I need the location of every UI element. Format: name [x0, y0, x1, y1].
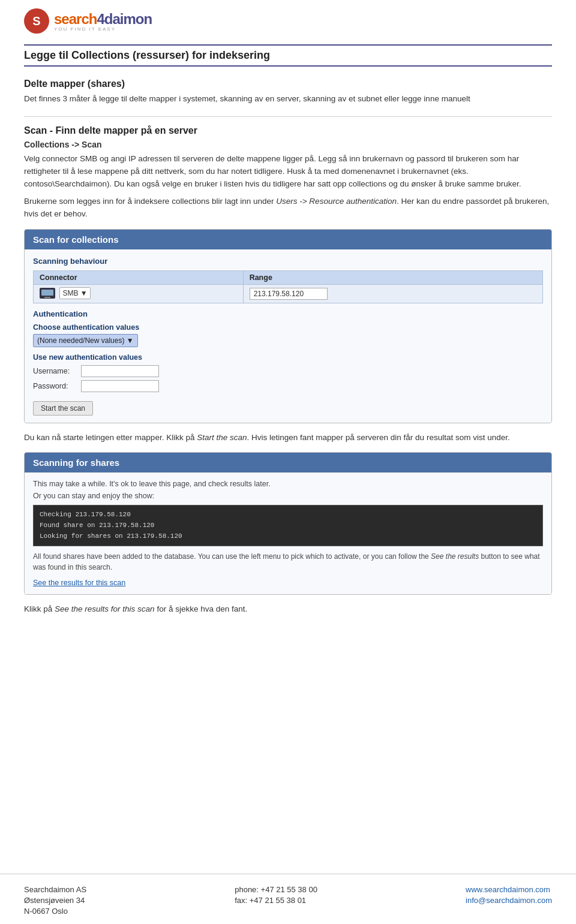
- use-new-auth-title: Use new authentication values: [33, 353, 543, 362]
- footer-phone: phone: +47 21 55 38 00: [235, 885, 317, 894]
- password-row: Password:: [33, 380, 543, 392]
- auth-dropdown-arrow: ▼: [127, 336, 134, 345]
- footer-company: Searchdaimon AS: [24, 885, 86, 894]
- section4-body: Klikk på See the results for this scan f…: [24, 603, 552, 616]
- username-label: Username:: [33, 367, 81, 375]
- section3-body: Du kan nå starte letingen etter mapper. …: [24, 432, 552, 444]
- see-results-link[interactable]: See the results for this scan: [33, 579, 125, 587]
- log-line-0: Checking 213.179.58.120: [40, 510, 536, 520]
- range-cell: [243, 284, 542, 303]
- choose-auth-title: Choose authentication values: [33, 323, 543, 332]
- auth-section: Authentication Choose authentication val…: [33, 309, 543, 392]
- page-title-bar: Legge til Collections (ressurser) for in…: [24, 44, 552, 67]
- auth-dropdown-wrap: (None needed/New values) ▼: [33, 334, 543, 347]
- section2-heading: Scan - Finn delte mapper på en server: [24, 125, 552, 136]
- log-line-2: Looking for shares on 213.179.58.120: [40, 531, 536, 542]
- start-scan-italic: Start the scan: [197, 433, 247, 442]
- footer-website[interactable]: www.searchdaimon.com: [466, 885, 552, 894]
- logo-tagline: YOU FIND IT EASY: [54, 26, 152, 32]
- logo-icon: S: [24, 8, 49, 34]
- scan-for-collections-box: Scan for collections Scanning behaviour …: [24, 229, 552, 423]
- svg-text:S: S: [32, 14, 40, 28]
- section2-sub1: Collections -> Scan: [24, 140, 552, 149]
- svg-rect-3: [41, 290, 53, 296]
- scanning-result-text: All found shares have been added to the …: [33, 551, 543, 573]
- connector-icon: [40, 288, 55, 300]
- page-title: Legge til Collections (ressurser) for in…: [24, 49, 270, 61]
- col-header-range: Range: [243, 270, 542, 284]
- header: S search4daimon YOU FIND IT EASY: [0, 0, 576, 34]
- divider-1: [24, 116, 552, 117]
- section2-body2: Brukerne som legges inn for å indeksere …: [24, 195, 552, 221]
- svg-rect-4: [44, 297, 50, 298]
- smb-dropdown[interactable]: SMB ▼: [59, 287, 90, 299]
- scanning-desc2: Or you can stay and enjoy the show:: [33, 492, 543, 500]
- scan-box-body: Scanning behaviour Connector Range: [25, 249, 551, 423]
- logo-text: search4daimon: [54, 11, 152, 28]
- see-results-italic: See the results: [431, 552, 479, 561]
- footer-city: N-0667 Oslo: [24, 907, 86, 916]
- section1-heading: Delte mapper (shares): [24, 79, 552, 89]
- password-label: Password:: [33, 382, 81, 390]
- username-input[interactable]: [81, 365, 159, 377]
- resource-auth-italic: Users -> Resource authentication: [276, 197, 397, 206]
- scanning-box-header: Scanning for shares: [25, 453, 551, 472]
- smb-value: SMB: [62, 289, 78, 297]
- smb-arrow: ▼: [80, 289, 88, 297]
- footer-email[interactable]: info@searchdaimon.com: [466, 896, 552, 905]
- scanning-desc1: This may take a while. It's ok to leave …: [33, 480, 543, 488]
- footer-address: Østensjøveien 34: [24, 896, 86, 905]
- auth-dropdown[interactable]: (None needed/New values) ▼: [33, 334, 138, 347]
- auth-dropdown-value: (None needed/New values): [37, 336, 124, 345]
- start-scan-button[interactable]: Start the scan: [33, 401, 93, 416]
- footer-col-2: phone: +47 21 55 38 00 fax: +47 21 55 38…: [235, 885, 317, 905]
- table-row: SMB ▼: [34, 284, 543, 303]
- scan-table: Connector Range SMB: [33, 270, 543, 303]
- footer-col-3: www.searchdaimon.com info@searchdaimon.c…: [466, 885, 552, 905]
- section1-intro: Det finnes 3 måter å legge til delte map…: [24, 93, 552, 106]
- password-input[interactable]: [81, 380, 159, 392]
- footer: Searchdaimon AS Østensjøveien 34 N-0667 …: [0, 874, 576, 924]
- connector-cell: SMB ▼: [34, 284, 244, 303]
- col-header-connector: Connector: [34, 270, 244, 284]
- username-row: Username:: [33, 365, 543, 377]
- footer-fax: fax: +47 21 55 38 01: [235, 896, 317, 905]
- logo-area: S search4daimon YOU FIND IT EASY: [24, 8, 152, 34]
- scan-box-header: Scan for collections: [25, 230, 551, 249]
- log-line-1: Found share on 213.179.58.120: [40, 520, 536, 531]
- footer-col-1: Searchdaimon AS Østensjøveien 34 N-0667 …: [24, 885, 86, 916]
- scanning-box-body: This may take a while. It's ok to leave …: [25, 472, 551, 594]
- scanning-behaviour-title: Scanning behaviour: [33, 257, 543, 266]
- see-results-for-scan-italic: See the results for this scan: [55, 604, 155, 613]
- scanning-for-shares-box: Scanning for shares This may take a whil…: [24, 452, 552, 595]
- range-input[interactable]: [250, 288, 328, 300]
- main-content: Delte mapper (shares) Det finnes 3 måter…: [0, 67, 576, 874]
- section2-body1: Velg connector SMB og angi IP adressen t…: [24, 153, 552, 191]
- auth-title: Authentication: [33, 309, 543, 318]
- scanning-log: Checking 213.179.58.120 Found share on 2…: [33, 505, 543, 546]
